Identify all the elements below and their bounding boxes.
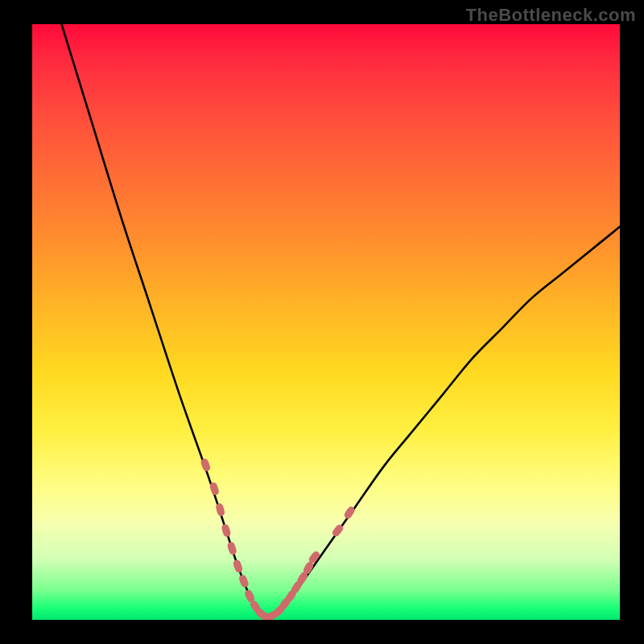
- marker-dot: [334, 526, 341, 534]
- marker-dot: [211, 485, 218, 493]
- marker-dot: [305, 564, 312, 572]
- chart-frame: TheBottleneck.com: [0, 0, 644, 644]
- marker-dot: [311, 554, 318, 561]
- marker-dot: [246, 592, 254, 600]
- plot-area: [32, 24, 620, 620]
- marker-dot: [234, 563, 242, 570]
- marker-dot: [229, 545, 236, 552]
- curve-layer: [32, 24, 620, 620]
- marker-dot: [202, 461, 209, 469]
- marker-dot: [346, 509, 353, 516]
- marker-dot: [293, 584, 300, 591]
- watermark-text: TheBottleneck.com: [466, 5, 636, 26]
- marker-dot: [287, 592, 295, 600]
- marker-dot: [240, 577, 247, 584]
- marker-dot: [217, 506, 224, 514]
- marker-dot: [299, 575, 306, 582]
- marker-dot: [222, 526, 229, 534]
